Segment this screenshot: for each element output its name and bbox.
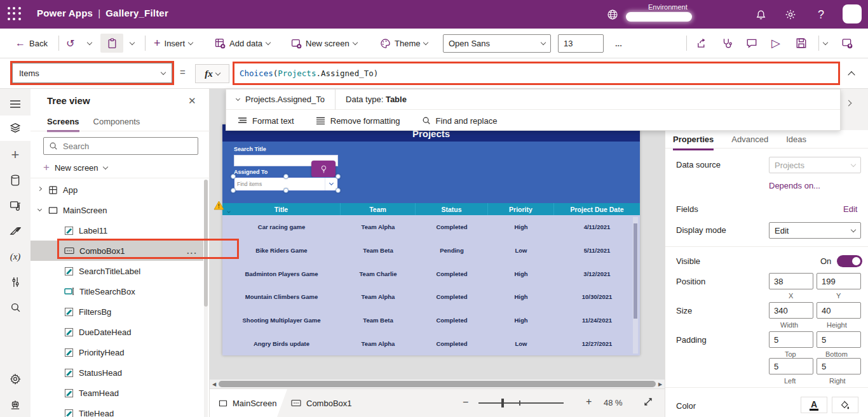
app-checker-button[interactable] [721, 29, 733, 58]
padding-bottom-input[interactable] [817, 331, 861, 348]
padding-top-input[interactable] [769, 331, 813, 348]
remove-formatting-button[interactable]: Remove formatting [316, 116, 400, 126]
scrollbar-thumb[interactable] [634, 223, 637, 319]
search-nav-button[interactable] [0, 295, 31, 320]
new-screen-menu[interactable]: New screen [291, 29, 357, 58]
preview-play-button[interactable]: ▷ [771, 29, 780, 58]
variables-nav-button[interactable]: (x) [0, 244, 31, 269]
tree-search-box[interactable] [43, 137, 198, 155]
notifications-bell-icon[interactable] [753, 7, 768, 22]
toolbar-overflow-button[interactable]: ... [615, 29, 622, 58]
selection-handle[interactable] [283, 188, 288, 193]
back-button[interactable]: ← Back [15, 29, 48, 58]
tree-scrollbar[interactable] [204, 180, 208, 417]
tree-item-duedatehead[interactable]: DueDateHead [31, 322, 203, 342]
tree-view-nav-button[interactable] [0, 116, 31, 141]
tree-item-teamhead[interactable]: TeamHead [31, 383, 203, 403]
controls-nav-button[interactable] [0, 269, 31, 295]
paste-dropdown[interactable] [130, 29, 134, 58]
table-row[interactable]: Bike Riders Game Team Beta Pending Low 5… [222, 239, 640, 262]
formula-input[interactable]: Choices(Projects.Assigned_To) [240, 69, 378, 78]
visible-toggle[interactable] [837, 255, 862, 267]
selection-handle[interactable] [336, 188, 341, 193]
undo-button[interactable]: ↺ [66, 29, 74, 58]
tree-item-searchtitlelabel[interactable]: SearchTitleLabel [31, 261, 203, 281]
column-header[interactable]: Title [222, 203, 341, 215]
zoom-in-button[interactable]: + [586, 396, 592, 407]
tree-item-titlehead[interactable]: TitleHead [31, 403, 203, 417]
save-button[interactable] [796, 29, 807, 58]
power-automate-nav-button[interactable] [0, 218, 31, 244]
column-header[interactable]: Priority [488, 203, 554, 215]
font-family-select[interactable]: Open Sans [443, 34, 551, 53]
breadcrumb-control-tab[interactable]: ComboBox1 [291, 389, 352, 417]
fields-edit-link[interactable]: Edit [843, 204, 857, 214]
size-height-input[interactable] [817, 302, 861, 319]
theme-menu[interactable]: Theme [380, 29, 428, 58]
tree-item-app[interactable]: App [31, 180, 203, 200]
virtual-agent-nav-button[interactable] [0, 392, 31, 417]
scroll-left-arrow[interactable]: ◀ [212, 381, 216, 387]
environment-globe-icon[interactable] [605, 7, 620, 22]
settings-gear-icon[interactable] [783, 7, 798, 22]
padding-left-input[interactable] [769, 358, 813, 374]
table-row[interactable]: Mountain Climbers Game Team Alpha Comple… [222, 285, 640, 308]
warning-icon[interactable] [214, 201, 224, 210]
position-y-input[interactable] [817, 273, 861, 289]
tab-components[interactable]: Components [93, 117, 140, 132]
scroll-right-arrow[interactable]: ▶ [658, 381, 662, 387]
new-screen-button[interactable]: + New screen [43, 161, 107, 174]
format-text-button[interactable]: Format text [238, 116, 294, 126]
close-icon[interactable]: ✕ [188, 95, 196, 107]
column-header[interactable]: Team [341, 203, 416, 215]
share-button[interactable] [696, 29, 708, 58]
app-canvas[interactable]: Projects Search Title Assigned To Find i… [222, 124, 640, 355]
tree-item-priorityhead[interactable]: PriorityHead [31, 342, 203, 362]
paste-button[interactable] [100, 34, 123, 53]
depends-on-link[interactable]: Depends on... [769, 181, 820, 190]
tree-item-combobox1[interactable]: ComboBox1 ... [31, 241, 203, 261]
fit-to-screen-button[interactable] [643, 397, 653, 407]
item-overflow-button[interactable]: ... [187, 246, 198, 256]
zoom-slider[interactable] [478, 402, 564, 404]
insert-nav-button[interactable]: + [0, 142, 31, 168]
zoom-slider-handle[interactable] [501, 399, 504, 407]
table-row[interactable]: Shooting Multiplayer Game Team Beta Comp… [222, 308, 640, 332]
table-row[interactable]: Car racing game Team Alpha Completed Hig… [222, 215, 640, 239]
canvas-filter-section[interactable]: Search Title Assigned To Find items [222, 142, 640, 203]
tree-item-mainscreen[interactable]: MainScreen [31, 200, 203, 220]
table-row[interactable]: Badminton Players Game Team Charlie Comp… [222, 262, 640, 286]
column-header[interactable]: Status [416, 203, 488, 215]
user-avatar[interactable] [843, 4, 862, 23]
environment-label[interactable]: Environment [648, 3, 688, 11]
position-x-input[interactable] [769, 273, 813, 289]
table-row[interactable]: Angry Birds update Team Alpha Completed … [222, 332, 640, 355]
selection-handle[interactable] [336, 174, 341, 179]
scrollbar-thumb[interactable] [219, 381, 656, 387]
fx-selector[interactable]: fx [195, 64, 229, 83]
chevron-down-icon[interactable] [38, 209, 44, 211]
help-icon[interactable]: ? [813, 7, 829, 22]
formula-bar-collapse-button[interactable] [849, 69, 862, 81]
media-nav-button[interactable] [0, 193, 31, 218]
expand-panel-button[interactable] [846, 96, 858, 108]
tree-item-statushead[interactable]: StatusHead [31, 362, 203, 383]
size-width-input[interactable] [769, 302, 813, 319]
scrollbar-thumb[interactable] [204, 180, 208, 307]
gallery-header-row[interactable]: Title Team Status Priority Project Due D… [222, 203, 640, 215]
zoom-out-button[interactable]: − [463, 397, 468, 408]
tree-item-label11[interactable]: Label11 [31, 220, 203, 241]
zoom-percentage[interactable]: 48 % [604, 398, 623, 407]
comments-button[interactable] [746, 29, 757, 58]
result-expression-toggle[interactable]: Projects.Assigned_To [226, 95, 335, 104]
gallery-scrollbar[interactable] [633, 217, 638, 354]
settings-nav-button[interactable] [0, 366, 31, 392]
breadcrumb-screen-tab[interactable]: MainScreen [210, 389, 287, 417]
font-size-input[interactable]: 13 [558, 34, 604, 53]
add-data-menu[interactable]: Add data [215, 29, 270, 58]
selection-handle[interactable] [231, 174, 236, 179]
selection-handle[interactable] [283, 174, 288, 179]
waffle-menu-icon[interactable] [8, 7, 22, 21]
tab-screens[interactable]: Screens [47, 117, 79, 132]
fill-color-button[interactable] [832, 397, 858, 413]
